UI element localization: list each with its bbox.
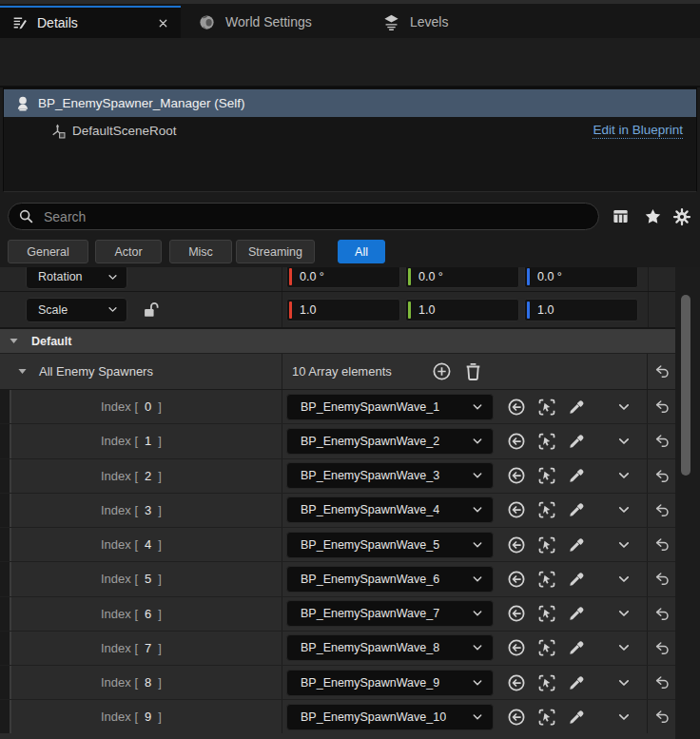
- eyedropper-icon[interactable]: [567, 570, 586, 589]
- rotation-dropdown[interactable]: Rotation: [26, 267, 127, 289]
- use-selected-asset-icon[interactable]: [507, 570, 526, 589]
- reset-to-default-icon[interactable]: [653, 468, 670, 484]
- component-row-self[interactable]: BP_EnemySpawner_Manager (Self): [4, 89, 696, 117]
- scale-z-field[interactable]: 1.0: [524, 299, 638, 321]
- chevron-down-icon[interactable]: [616, 710, 632, 725]
- pick-actor-frame-icon[interactable]: [537, 466, 556, 485]
- rotation-y-field[interactable]: 0.0 °: [405, 267, 519, 288]
- reset-to-default-icon[interactable]: [653, 606, 670, 622]
- index-suffix: ]: [158, 469, 162, 483]
- pick-actor-frame-icon[interactable]: [537, 535, 556, 554]
- unlocked-lock-icon[interactable]: [142, 301, 160, 319]
- reset-to-default-icon[interactable]: [653, 640, 670, 656]
- asset-combo-box[interactable]: BP_EnemySpawnWave_2: [286, 428, 494, 455]
- reset-to-default-icon[interactable]: [653, 674, 670, 690]
- eyedropper-icon[interactable]: [567, 638, 586, 657]
- eyedropper-icon[interactable]: [567, 500, 586, 519]
- asset-combo-box[interactable]: BP_EnemySpawnWave_5: [286, 532, 494, 558]
- reset-to-default-icon[interactable]: [653, 502, 670, 518]
- favorites-star-icon[interactable]: [644, 207, 662, 225]
- scale-y-field[interactable]: 1.0: [405, 299, 519, 321]
- asset-combo-box[interactable]: BP_EnemySpawnWave_9: [286, 670, 494, 696]
- asset-combo-box[interactable]: BP_EnemySpawnWave_8: [286, 634, 494, 661]
- asset-combo-box[interactable]: BP_EnemySpawnWave_6: [286, 566, 494, 593]
- asset-combo-box[interactable]: BP_EnemySpawnWave_7: [286, 600, 494, 627]
- chevron-down-icon[interactable]: [616, 537, 632, 553]
- use-selected-asset-icon[interactable]: [507, 638, 526, 657]
- chevron-down-icon[interactable]: [616, 606, 632, 621]
- asset-combo-box[interactable]: BP_EnemySpawnWave_10: [286, 704, 494, 730]
- eyedropper-icon[interactable]: [567, 466, 586, 485]
- search-input[interactable]: [42, 208, 589, 225]
- use-selected-asset-icon[interactable]: [507, 466, 526, 485]
- filter-streaming-button[interactable]: Streaming: [236, 240, 315, 263]
- pick-actor-frame-icon[interactable]: [537, 500, 556, 519]
- tab-bar: Details World Settings Levels: [0, 0, 700, 38]
- reset-to-default-icon[interactable]: [653, 363, 670, 379]
- filter-actor-label: Actor: [114, 245, 142, 259]
- array-name-cell[interactable]: All Enemy Spawners: [0, 354, 282, 389]
- pick-actor-frame-icon[interactable]: [537, 398, 556, 417]
- scale-dropdown[interactable]: Scale: [26, 298, 127, 322]
- pick-actor-frame-icon[interactable]: [537, 432, 556, 451]
- gear-icon[interactable]: [672, 207, 691, 226]
- chevron-down-icon[interactable]: [616, 468, 632, 483]
- tab-world-settings[interactable]: World Settings: [186, 6, 346, 38]
- filter-misc-button[interactable]: Misc: [169, 240, 232, 263]
- pick-actor-frame-icon[interactable]: [537, 708, 556, 727]
- use-selected-asset-icon[interactable]: [507, 432, 526, 451]
- use-selected-asset-icon[interactable]: [507, 604, 526, 623]
- globe-icon: [198, 13, 216, 31]
- use-selected-asset-icon[interactable]: [507, 398, 526, 417]
- chevron-down-icon[interactable]: [616, 640, 632, 655]
- tab-details[interactable]: Details: [0, 6, 181, 38]
- use-selected-asset-icon[interactable]: [507, 535, 526, 554]
- edit-in-blueprint-link[interactable]: Edit in Blueprint: [593, 123, 683, 139]
- component-row-scene-root[interactable]: DefaultSceneRoot Edit in Blueprint: [4, 117, 696, 144]
- chevron-down-icon[interactable]: [616, 502, 632, 517]
- rotation-name-cell: Rotation: [0, 267, 282, 292]
- trash-icon[interactable]: [463, 361, 483, 381]
- pick-actor-frame-icon[interactable]: [537, 604, 556, 623]
- asset-combo-box[interactable]: BP_EnemySpawnWave_4: [286, 496, 494, 523]
- close-icon[interactable]: [157, 17, 169, 29]
- reset-to-default-icon[interactable]: [653, 571, 670, 587]
- asset-combo-box[interactable]: BP_EnemySpawnWave_1: [286, 394, 494, 420]
- add-element-icon[interactable]: [432, 361, 452, 381]
- eyedropper-icon[interactable]: [567, 535, 586, 554]
- rotation-z-field[interactable]: 0.0 °: [524, 267, 638, 288]
- actor-header: BP_EnemySpawner_Manager Add: [0, 38, 700, 88]
- filter-actor-button[interactable]: Actor: [95, 240, 162, 263]
- use-selected-asset-icon[interactable]: [507, 673, 526, 692]
- scale-x-field[interactable]: 1.0: [286, 299, 400, 321]
- reset-to-default-icon[interactable]: [653, 536, 670, 553]
- reset-to-default-icon[interactable]: [653, 433, 670, 449]
- tab-levels[interactable]: Levels: [371, 6, 481, 38]
- chevron-down-icon[interactable]: [616, 399, 632, 415]
- eyedropper-icon[interactable]: [567, 398, 586, 417]
- rotation-x-field[interactable]: 0.0 °: [286, 267, 400, 288]
- eyedropper-icon[interactable]: [567, 604, 586, 623]
- pick-actor-frame-icon[interactable]: [537, 570, 556, 589]
- pick-actor-frame-icon[interactable]: [537, 673, 556, 692]
- filter-all-button[interactable]: All: [338, 240, 385, 263]
- reset-to-default-icon[interactable]: [653, 399, 670, 415]
- scrollbar-track[interactable]: [675, 267, 700, 739]
- eyedropper-icon[interactable]: [567, 708, 586, 727]
- category-header-default[interactable]: Default: [0, 328, 675, 354]
- grid-view-icon[interactable]: [612, 207, 630, 225]
- eyedropper-icon[interactable]: [567, 432, 586, 451]
- chevron-down-icon[interactable]: [616, 572, 632, 587]
- chevron-down-icon[interactable]: [616, 675, 632, 690]
- pick-actor-frame-icon[interactable]: [537, 638, 556, 657]
- eyedropper-icon[interactable]: [567, 673, 586, 692]
- asset-combo-box[interactable]: BP_EnemySpawnWave_3: [286, 462, 494, 489]
- reset-to-default-icon[interactable]: [653, 709, 670, 725]
- use-selected-asset-icon[interactable]: [507, 500, 526, 519]
- filter-general-button[interactable]: General: [8, 240, 88, 263]
- asset-name: BP_EnemySpawnWave_1: [301, 400, 439, 414]
- chevron-down-icon[interactable]: [616, 434, 632, 449]
- element-reset-cell: [647, 632, 675, 665]
- scrollbar-thumb[interactable]: [681, 295, 690, 476]
- use-selected-asset-icon[interactable]: [507, 708, 526, 727]
